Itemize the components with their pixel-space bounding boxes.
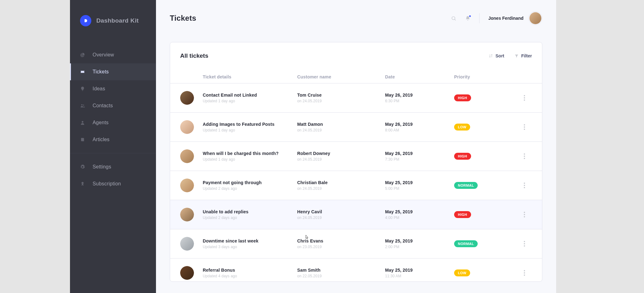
time: 2:00 PM <box>385 245 454 249</box>
customer-sub: on 24.05.2019 <box>297 128 385 132</box>
table-row[interactable]: Downtime since last weekUpdated 3 days a… <box>170 229 542 258</box>
customer-name: Robert Downey <box>297 151 385 156</box>
avatar <box>180 149 194 163</box>
ticket-title: Referral Bonus <box>203 268 297 273</box>
more-icon[interactable] <box>517 124 532 130</box>
sidebar-item-label: Subscription <box>93 181 121 187</box>
col-date: Date <box>385 74 454 79</box>
priority-pill: NORMAL <box>454 240 478 247</box>
page-title: Tickets <box>170 14 196 23</box>
more-icon[interactable] <box>517 153 532 159</box>
customer-sub: on 24.05.2019 <box>297 216 385 220</box>
sidebar-item-settings[interactable]: Settings <box>70 158 156 175</box>
sidebar-item-subscription[interactable]: Subscription <box>70 175 156 192</box>
table-body: Contact Email not LinkedUpdated 1 day ag… <box>170 83 542 282</box>
priority-pill: HIGH <box>454 153 471 160</box>
sidebar-item-ideas[interactable]: Ideas <box>70 80 156 97</box>
sidebar-item-articles[interactable]: Articles <box>70 131 156 148</box>
customer-name: Chris Evans <box>297 238 385 243</box>
table-row[interactable]: Referral BonusUpdated 4 days agoSam Smit… <box>170 258 542 282</box>
customer-sub: on 24.05.2019 <box>297 157 385 162</box>
table-row[interactable]: Unable to add repliesUpdated 2 days agoH… <box>170 200 542 229</box>
avatar <box>180 91 194 105</box>
sidebar-item-label: Tickets <box>93 69 109 75</box>
customer-name: Christian Bale <box>297 180 385 185</box>
more-icon[interactable] <box>517 95 532 101</box>
customer-name: Henry Cavil <box>297 209 385 214</box>
date: May 25, 2019 <box>385 180 454 185</box>
col-priority: Priority <box>454 74 517 79</box>
sort-icon <box>489 54 493 58</box>
customer-sub: on 22.05.2019 <box>297 274 385 278</box>
sort-label: Sort <box>496 53 504 58</box>
card-header: All tickets Sort Filter <box>170 42 542 59</box>
sidebar-item-overview[interactable]: Overview <box>70 46 156 63</box>
book-icon <box>80 137 85 142</box>
pie-chart-icon <box>80 52 85 57</box>
ticket-updated: Updated 3 days ago <box>203 245 297 249</box>
user-cluster[interactable]: Jones Ferdinand <box>488 11 542 25</box>
table-row[interactable]: Contact Email not LinkedUpdated 1 day ag… <box>170 83 542 112</box>
ticket-title: Adding Images to Featured Posts <box>203 122 297 127</box>
bell-icon[interactable] <box>465 16 470 21</box>
date: May 25, 2019 <box>385 238 454 243</box>
date: May 26, 2019 <box>385 122 454 127</box>
table-row[interactable]: Adding Images to Featured PostsUpdated 1… <box>170 112 542 141</box>
table-row[interactable]: Payment not going throughUpdated 2 days … <box>170 171 542 200</box>
customer-name: Sam Smith <box>297 268 385 273</box>
svg-point-3 <box>82 182 84 184</box>
ticket-title: Contact Email not Linked <box>203 93 297 98</box>
nav-secondary: SettingsSubscription <box>70 158 156 192</box>
sidebar-item-label: Agents <box>93 120 109 125</box>
nav-primary: OverviewTicketsIdeasContactsAgentsArticl… <box>70 46 156 148</box>
date: May 25, 2019 <box>385 209 454 214</box>
badge-icon <box>80 181 85 186</box>
more-icon[interactable] <box>517 183 532 188</box>
sidebar-item-label: Articles <box>93 137 110 142</box>
date: May 26, 2019 <box>385 151 454 156</box>
time: 4:00 PM <box>385 216 454 220</box>
agent-icon <box>80 120 85 125</box>
brand[interactable]: Dashboard Kit <box>70 15 156 26</box>
customer-name: Tom Cruise <box>297 93 385 98</box>
main: Tickets Jones Ferdinand All tickets <box>156 0 556 293</box>
vertical-separator <box>479 13 480 23</box>
avatar <box>529 11 542 25</box>
filter-icon <box>514 54 519 58</box>
ticket-updated: Updated 2 days ago <box>203 216 297 220</box>
ticket-updated: Updated 1 day ago <box>203 157 297 162</box>
more-icon[interactable] <box>517 270 532 276</box>
col-customer: Customer name <box>297 74 385 79</box>
sort-button[interactable]: Sort <box>489 53 504 58</box>
ticket-updated: Updated 1 day ago <box>203 128 297 132</box>
nav-divider <box>70 153 156 153</box>
table-header: Ticket details Customer name Date Priori… <box>170 59 542 83</box>
avatar <box>180 266 194 280</box>
avatar <box>180 237 194 251</box>
notification-dot <box>469 15 471 17</box>
card-title: All tickets <box>180 52 208 59</box>
lightbulb-icon <box>80 86 85 91</box>
filter-button[interactable]: Filter <box>514 53 532 58</box>
priority-pill: HIGH <box>454 94 471 101</box>
table-row[interactable]: When will I be charged this month?Update… <box>170 141 542 171</box>
time: 11:30 AM <box>385 274 454 278</box>
customer-name: Matt Damon <box>297 122 385 127</box>
ticket-title: Unable to add replies <box>203 209 297 214</box>
sidebar-item-label: Overview <box>93 52 114 58</box>
more-icon[interactable] <box>517 241 532 247</box>
more-icon[interactable] <box>517 212 532 217</box>
people-icon <box>80 103 85 108</box>
sidebar: Dashboard Kit OverviewTicketsIdeasContac… <box>70 0 156 293</box>
user-name: Jones Ferdinand <box>488 16 523 21</box>
sidebar-item-agents[interactable]: Agents <box>70 114 156 131</box>
customer-sub: on 23.05.2019 <box>297 245 385 249</box>
card-actions: Sort Filter <box>489 53 532 58</box>
search-icon[interactable] <box>451 16 456 21</box>
gear-icon <box>80 164 85 169</box>
col-details: Ticket details <box>203 74 297 79</box>
sidebar-item-tickets[interactable]: Tickets <box>70 63 156 80</box>
sidebar-item-contacts[interactable]: Contacts <box>70 97 156 114</box>
ticket-icon <box>80 69 85 74</box>
time: 5:00 PM <box>385 186 454 191</box>
